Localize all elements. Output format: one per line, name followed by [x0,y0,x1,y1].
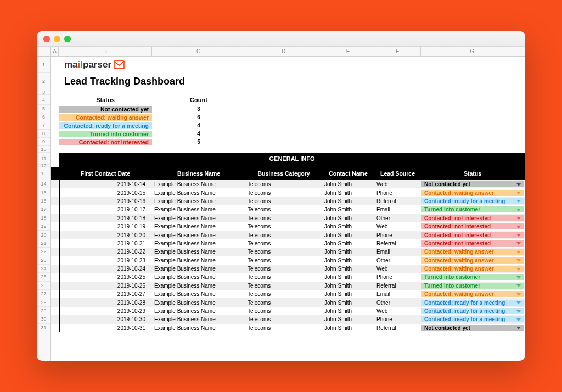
cell-date[interactable]: 2019-10-20 [59,231,152,239]
cell-source[interactable]: Referral [374,283,421,289]
table-row[interactable]: 2019-10-16 Example Business Name Telecom… [51,197,525,205]
cell-category[interactable]: Telecoms [245,274,322,280]
sheet-body[interactable]: mailparser Lead Tracking Dashboard Statu… [51,57,525,361]
table-row[interactable]: 2019-10-19 Example Business Name Telecom… [51,222,525,231]
table-row[interactable]: 2019-10-14 Example Business Name Telecom… [51,180,525,188]
cell-contact[interactable]: John Smith [322,266,374,272]
table-row[interactable]: 2019-10-25 Example Business Name Telecom… [51,273,525,281]
cell-category[interactable]: Telecoms [245,206,322,212]
cell-business[interactable]: Example Business Name [152,190,245,196]
row-number[interactable]: 28 [37,298,50,306]
col-header-C[interactable]: C [152,47,245,56]
cell-status-dropdown[interactable]: Contacted: not interested [421,215,524,221]
cell-category[interactable]: Telecoms [245,266,322,272]
cell-category[interactable]: Telecoms [245,291,322,297]
cell-contact[interactable]: John Smith [322,190,374,196]
cell-business[interactable]: Example Business Name [152,240,245,247]
row-number[interactable]: 9 [37,138,50,146]
cell-date[interactable]: 2019-10-17 [59,205,152,214]
cell-category[interactable]: Telecoms [245,181,322,187]
row-number[interactable]: 31 [37,324,50,332]
close-icon[interactable] [43,36,50,42]
cell-date[interactable]: 2019-10-31 [59,324,152,332]
cell-date[interactable]: 2019-10-24 [59,265,152,273]
cell-source[interactable]: Other [374,257,421,264]
cell-status-dropdown[interactable]: Contacted: waiting answer [421,190,524,196]
cell-contact[interactable]: John Smith [322,308,374,314]
row-number[interactable]: 20 [37,231,50,239]
cell-date[interactable]: 2019-10-14 [59,180,152,188]
col-header-E[interactable]: E [322,47,374,56]
cell-status-dropdown[interactable]: Contacted: ready for a meeting [421,308,524,314]
cell-category[interactable]: Telecoms [245,316,322,322]
row-number[interactable]: 5 [37,105,50,113]
cell-date[interactable]: 2019-10-15 [59,188,152,197]
cell-status-dropdown[interactable]: Contacted: waiting answer [421,291,524,297]
cell-category[interactable]: Telecoms [245,325,322,331]
cell-category[interactable]: Telecoms [245,190,322,196]
cell-date[interactable]: 2019-10-19 [59,222,152,231]
row-number[interactable]: 26 [37,282,50,290]
cell-source[interactable]: Phone [374,274,421,280]
row-number[interactable]: 15 [37,188,50,197]
row-number[interactable]: 14 [37,180,50,188]
row-number[interactable]: 27 [37,290,50,298]
col-header-A[interactable]: A [51,47,59,56]
cell-status-dropdown[interactable]: Turned into customer [421,283,524,289]
cell-business[interactable]: Example Business Name [152,223,245,229]
cell-source[interactable]: Email [374,206,421,212]
cell-business[interactable]: Example Business Name [152,308,245,314]
cell-source[interactable]: Web [374,266,421,272]
cell-contact[interactable]: John Smith [322,316,374,322]
cell-contact[interactable]: John Smith [322,181,374,187]
row-number[interactable]: 7 [37,121,50,130]
cell-source[interactable]: Web [374,308,421,314]
cell-status-dropdown[interactable]: Contacted: waiting answer [421,257,524,264]
cell-date[interactable]: 2019-10-21 [59,239,152,248]
col-business-cat[interactable]: Business Category [245,170,322,177]
cell-business[interactable]: Example Business Name [152,325,245,331]
row-number[interactable]: 16 [37,197,50,205]
col-header-G[interactable]: G [421,47,524,56]
cell-date[interactable]: 2019-10-27 [59,290,152,298]
cell-date[interactable]: 2019-10-30 [59,315,152,323]
cell-source[interactable]: Email [374,249,421,255]
cell-contact[interactable]: John Smith [322,215,374,221]
table-row[interactable]: 2019-10-28 Example Business Name Telecom… [51,298,525,306]
cell-business[interactable]: Example Business Name [152,266,245,272]
cell-date[interactable]: 2019-10-29 [59,307,152,315]
cell-source[interactable]: Phone [374,190,421,196]
col-status[interactable]: Status [421,170,524,177]
cell-contact[interactable]: John Smith [322,283,374,289]
table-row[interactable]: 2019-10-27 Example Business Name Telecom… [51,290,525,298]
cell-date[interactable]: 2019-10-25 [59,273,152,281]
cell-contact[interactable]: John Smith [322,232,374,238]
cell-category[interactable]: Telecoms [245,232,322,238]
row-number[interactable]: 24 [37,265,50,273]
cell-status-dropdown[interactable]: Turned into customer [421,274,524,280]
cell-contact[interactable]: John Smith [322,249,374,255]
cell-source[interactable]: Other [374,215,421,221]
table-row[interactable]: 2019-10-29 Example Business Name Telecom… [51,307,525,315]
cell-category[interactable]: Telecoms [245,283,322,289]
table-row[interactable]: 2019-10-24 Example Business Name Telecom… [51,265,525,273]
cell-category[interactable]: Telecoms [245,215,322,221]
cell-status-dropdown[interactable]: Not contacted yet [421,181,524,187]
cell-date[interactable]: 2019-10-26 [59,282,152,290]
row-number[interactable]: 23 [37,256,50,265]
table-row[interactable]: 2019-10-30 Example Business Name Telecom… [51,315,525,323]
col-header-F[interactable]: F [374,47,421,56]
cell-business[interactable]: Example Business Name [152,283,245,289]
row-number[interactable]: 10 [37,146,50,153]
table-row[interactable]: 2019-10-31 Example Business Name Telecom… [51,324,525,332]
cell-contact[interactable]: John Smith [322,223,374,229]
row-number[interactable]: 6 [37,113,50,121]
cell-status-dropdown[interactable]: Contacted: not interested [421,232,524,238]
table-row[interactable]: 2019-10-22 Example Business Name Telecom… [51,248,525,256]
row-number[interactable]: 13 [37,167,50,180]
table-row[interactable]: 2019-10-23 Example Business Name Telecom… [51,256,525,265]
cell-source[interactable]: Web [374,223,421,229]
cell-business[interactable]: Example Business Name [152,300,245,306]
cell-date[interactable]: 2019-10-16 [59,197,152,205]
cell-status-dropdown[interactable]: Turned into customer [421,206,524,212]
